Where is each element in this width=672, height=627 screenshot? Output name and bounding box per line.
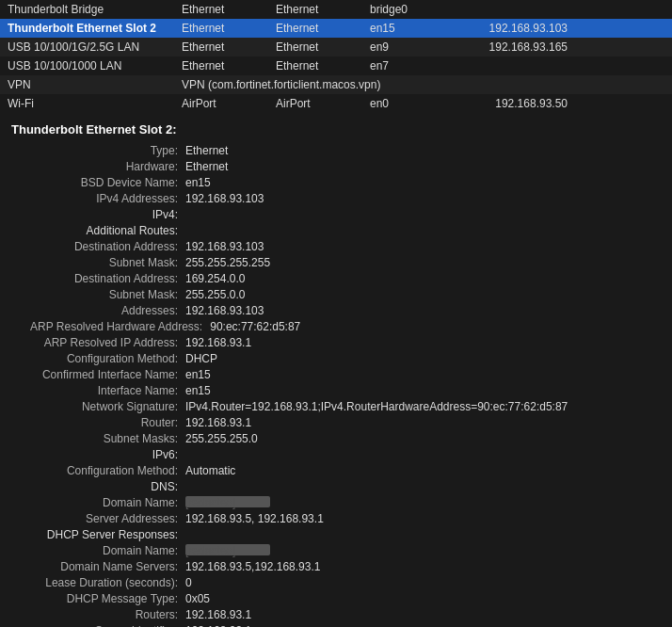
detail-value: 90:ec:77:62:d5:87: [210, 320, 661, 335]
detail-row: Domain Name:[redacted]: [11, 544, 661, 559]
detail-value: [185, 224, 661, 239]
detail-value: 169.254.0.0: [185, 272, 661, 287]
detail-label: Router:: [11, 416, 185, 431]
detail-label: DHCP Server Responses:: [11, 528, 185, 543]
detail-value: 192.168.93.5,192.168.93.1: [185, 560, 661, 575]
detail-row: Configuration Method:DHCP: [11, 352, 661, 367]
detail-label: ARP Resolved IP Address:: [11, 336, 185, 351]
detail-row: ARP Resolved IP Address:192.168.93.1: [11, 336, 661, 351]
detail-label: Addresses:: [11, 304, 185, 319]
detail-label: Type:: [11, 144, 185, 159]
row-type: AirPort: [182, 97, 276, 110]
detail-value: [redacted]: [185, 544, 661, 559]
detail-label: Server Addresses:: [11, 512, 185, 527]
row-name: USB 10/100/1G/2.5G LAN: [8, 40, 182, 54]
detail-row: Additional Routes:: [11, 224, 661, 239]
row-name: Thunderbolt Ethernet Slot 2: [8, 22, 182, 35]
table-row[interactable]: VPN VPN (com.fortinet.forticlient.macos.…: [0, 75, 672, 94]
detail-label: Confirmed Interface Name:: [11, 368, 185, 383]
row-ip: 192.168.93.103: [445, 22, 568, 35]
row-type: Ethernet: [182, 3, 276, 16]
table-row[interactable]: Thunderbolt Ethernet Slot 2 Ethernet Eth…: [0, 19, 672, 38]
table-row[interactable]: USB 10/100/1G/2.5G LAN Ethernet Ethernet…: [0, 38, 672, 56]
detail-value: 192.168.93.103: [185, 192, 661, 207]
detail-row: Confirmed Interface Name:en15: [11, 368, 661, 383]
detail-value: 192.168.93.103: [185, 304, 661, 319]
detail-label: Network Signature:: [11, 400, 185, 415]
detail-row: Routers:192.168.93.1: [11, 608, 661, 623]
row-bsd: en15: [370, 22, 445, 35]
detail-row: BSD Device Name:en15: [11, 176, 661, 191]
detail-value: en15: [185, 176, 661, 191]
detail-label: IPv4 Addresses:: [11, 192, 185, 207]
row-bsd: bridge0: [370, 3, 445, 16]
detail-label: BSD Device Name:: [11, 176, 185, 191]
detail-label: Subnet Masks:: [11, 432, 185, 447]
detail-row: Type:Ethernet: [11, 144, 661, 159]
row-bsd: en0: [370, 97, 445, 110]
detail-label: Domain Name Servers:: [11, 560, 185, 575]
row-bsd: en9: [370, 40, 445, 54]
detail-label: Domain Name:: [11, 544, 185, 559]
detail-value: 255.255.255.255: [185, 256, 661, 271]
detail-value: [185, 208, 661, 223]
detail-row: Destination Address:169.254.0.0: [11, 272, 661, 287]
row-type2: Ethernet: [276, 40, 370, 54]
detail-row: DHCP Message Type:0x05: [11, 592, 661, 607]
row-type: Ethernet: [182, 40, 276, 54]
row-bsd: en7: [370, 59, 445, 72]
row-name: Thunderbolt Bridge: [8, 3, 182, 16]
detail-row: Router:192.168.93.1: [11, 416, 661, 431]
detail-row: Domain Name:[redacted]: [11, 496, 661, 511]
row-ip: 192.168.93.50: [445, 97, 568, 110]
table-row[interactable]: Wi-Fi AirPort AirPort en0 192.168.93.50: [0, 94, 672, 113]
detail-value: Automatic: [185, 464, 661, 479]
detail-value: 0x05: [185, 592, 661, 607]
detail-value: 192.168.93.5, 192.168.93.1: [185, 512, 661, 527]
detail-row: Subnet Mask:255.255.0.0: [11, 288, 661, 303]
detail-label: Interface Name:: [11, 384, 185, 399]
detail-row: Destination Address:192.168.93.103: [11, 240, 661, 255]
detail-value: IPv4.Router=192.168.93.1;IPv4.RouterHard…: [185, 400, 661, 415]
detail-label: IPv6:: [11, 448, 185, 463]
detail-row: DHCP Server Responses:: [11, 528, 661, 543]
row-name: VPN: [8, 78, 182, 91]
detail-label: Routers:: [11, 608, 185, 623]
detail-row: Interface Name:en15: [11, 384, 661, 399]
network-table: Thunderbolt Bridge Ethernet Ethernet bri…: [0, 0, 672, 113]
row-type: VPN (com.fortinet.forticlient.macos.vpn): [182, 78, 664, 91]
detail-label: Hardware:: [11, 160, 185, 175]
table-row[interactable]: Thunderbolt Bridge Ethernet Ethernet bri…: [0, 0, 672, 19]
detail-row: Hardware:Ethernet: [11, 160, 661, 175]
detail-panel: Thunderbolt Ethernet Slot 2: Type:Ethern…: [0, 113, 672, 627]
detail-label: Configuration Method:: [11, 464, 185, 479]
detail-value: 192.168.93.1: [185, 336, 661, 351]
detail-value: [185, 480, 661, 495]
detail-row: Addresses:192.168.93.103: [11, 304, 661, 319]
table-row[interactable]: USB 10/100/1000 LAN Ethernet Ethernet en…: [0, 56, 672, 75]
detail-row: Subnet Masks:255.255.255.0: [11, 432, 661, 447]
detail-label: DHCP Message Type:: [11, 592, 185, 607]
detail-value: DHCP: [185, 352, 661, 367]
detail-value: 255.255.255.0: [185, 432, 661, 447]
row-type: Ethernet: [182, 59, 276, 72]
detail-title: Thunderbolt Ethernet Slot 2:: [11, 122, 661, 137]
detail-label: DNS:: [11, 480, 185, 495]
detail-label: Additional Routes:: [11, 224, 185, 239]
row-name: Wi-Fi: [8, 97, 182, 110]
detail-value: Ethernet: [185, 160, 661, 175]
detail-value: [185, 448, 661, 463]
detail-value: [redacted]: [185, 496, 661, 511]
detail-label: Subnet Mask:: [11, 256, 185, 271]
detail-row: Subnet Mask:255.255.255.255: [11, 256, 661, 271]
detail-row: Lease Duration (seconds):0: [11, 576, 661, 591]
detail-row: IPv6:: [11, 448, 661, 463]
row-ip: 192.168.93.165: [445, 40, 568, 54]
detail-label: Subnet Mask:: [11, 288, 185, 303]
row-type2: Ethernet: [276, 22, 370, 35]
detail-value: Ethernet: [185, 144, 661, 159]
detail-value: en15: [185, 368, 661, 383]
detail-value: 255.255.0.0: [185, 288, 661, 303]
detail-row: Configuration Method:Automatic: [11, 464, 661, 479]
row-type2: Ethernet: [276, 3, 370, 16]
